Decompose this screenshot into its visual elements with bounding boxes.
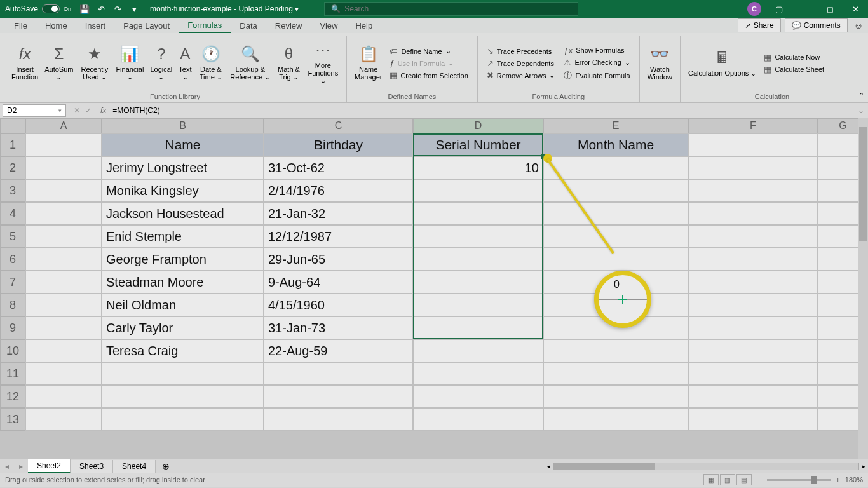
row-header[interactable]: 7 [0, 271, 25, 294]
trace-dependents-button[interactable]: ↗Trace Dependents [487, 58, 555, 68]
row-header[interactable]: 5 [0, 225, 25, 248]
comments-button[interactable]: 💬Comments [785, 18, 848, 32]
cell[interactable] [688, 179, 818, 202]
row-header[interactable]: 8 [0, 294, 25, 316]
calculate-now-button[interactable]: ▦Calculate Now [764, 53, 824, 62]
date-time-button[interactable]: 🕐Date & Time ⌄ [195, 36, 226, 91]
cell[interactable]: 29-Jun-65 [264, 248, 413, 271]
tab-insert[interactable]: Insert [76, 18, 115, 33]
add-sheet-icon[interactable]: ⊕ [156, 461, 176, 471]
cell[interactable]: Serial Number [413, 133, 543, 156]
remove-arrows-button[interactable]: ✖Remove Arrows ⌄ [487, 71, 555, 80]
cell[interactable] [102, 385, 264, 408]
name-box[interactable]: D2▾ [3, 104, 66, 117]
cell[interactable]: Enid Stemple [102, 225, 264, 248]
cell[interactable] [543, 202, 688, 225]
tab-file[interactable]: File [5, 18, 36, 33]
cell[interactable] [413, 225, 543, 248]
cell[interactable] [25, 248, 102, 271]
error-checking-button[interactable]: ⚠Error Checking ⌄ [564, 58, 630, 67]
row-header[interactable]: 12 [0, 385, 25, 408]
tab-help[interactable]: Help [346, 18, 381, 33]
cell[interactable] [688, 248, 818, 271]
cell[interactable] [413, 316, 543, 339]
column-header[interactable]: A [25, 118, 102, 133]
share-button[interactable]: ↗Share [738, 18, 781, 32]
maximize-icon[interactable]: ◻ [817, 0, 843, 18]
cell[interactable] [413, 202, 543, 225]
search-input[interactable] [344, 4, 571, 13]
cell[interactable]: 12/12/1987 [264, 225, 413, 248]
cell[interactable]: Neil Oldman [102, 294, 264, 316]
tab-pagelayout[interactable]: Page Layout [114, 18, 179, 33]
cell[interactable] [264, 362, 413, 385]
column-header[interactable]: F [688, 118, 818, 133]
enter-formula-icon[interactable]: ✓ [85, 106, 92, 115]
column-header[interactable]: C [264, 118, 413, 133]
tab-nav-prev-icon[interactable]: ◂ [0, 462, 14, 471]
row-header[interactable]: 2 [0, 156, 25, 179]
formula-input[interactable] [110, 105, 854, 116]
close-icon[interactable]: ✕ [843, 0, 868, 18]
cell[interactable] [543, 385, 688, 408]
text-button[interactable]: AText⌄ [176, 36, 194, 91]
watch-window-button[interactable]: 👓Watch Window [645, 36, 675, 91]
namebox-dropdown-icon[interactable]: ▾ [58, 107, 62, 114]
tab-formulas[interactable]: Formulas [179, 18, 231, 34]
sheet-tab-sheet4[interactable]: Sheet4 [113, 460, 156, 473]
cell[interactable]: Name [102, 133, 264, 156]
cell[interactable] [543, 248, 688, 271]
tab-view[interactable]: View [311, 18, 346, 33]
row-header[interactable]: 1 [0, 133, 25, 156]
fx-label-icon[interactable]: fx [97, 106, 110, 115]
cell[interactable] [25, 179, 102, 202]
column-header[interactable]: B [102, 118, 264, 133]
cell[interactable]: 2/14/1976 [264, 179, 413, 202]
cell[interactable] [102, 362, 264, 385]
cell[interactable] [25, 225, 102, 248]
redo-icon[interactable]: ↷ [109, 0, 126, 18]
cancel-formula-icon[interactable]: ✕ [74, 106, 80, 115]
math-trig-button[interactable]: θMath & Trig ⌄ [274, 36, 303, 91]
row-header[interactable]: 3 [0, 179, 25, 202]
more-functions-button[interactable]: ⋯More Functions ⌄ [305, 36, 341, 91]
ribbon-display-icon[interactable]: ▢ [766, 0, 792, 18]
autosum-button[interactable]: ΣAutoSum⌄ [42, 36, 76, 91]
user-avatar[interactable]: C [747, 2, 761, 16]
cell[interactable]: Teresa Craig [102, 339, 264, 362]
page-break-view-icon[interactable]: ▤ [736, 474, 752, 485]
cell[interactable]: 21-Jan-32 [264, 202, 413, 225]
cell[interactable]: George Frampton [102, 248, 264, 271]
collapse-ribbon-icon[interactable]: ⌃ [858, 92, 864, 100]
cell[interactable]: 4/15/1960 [264, 294, 413, 316]
cell[interactable] [25, 316, 102, 339]
tab-data[interactable]: Data [231, 18, 266, 33]
sheet-tab-sheet2[interactable]: Sheet2 [28, 459, 71, 473]
calculate-sheet-button[interactable]: ▦Calculate Sheet [764, 65, 824, 74]
sheet-tab-sheet3[interactable]: Sheet3 [71, 460, 113, 473]
cell[interactable] [688, 202, 818, 225]
zoom-slider[interactable] [767, 479, 831, 481]
calculation-options-button[interactable]: 🖩Calculation Options ⌄ [686, 36, 759, 91]
use-in-formula-button[interactable]: ƒUse in Formula ⌄ [390, 58, 468, 68]
zoom-level[interactable]: 180% [845, 476, 863, 484]
cell[interactable] [543, 362, 688, 385]
cell[interactable]: 31-Jan-73 [264, 316, 413, 339]
cell[interactable] [413, 179, 543, 202]
cell[interactable] [413, 248, 543, 271]
vertical-scrollbar[interactable] [858, 118, 868, 459]
create-from-selection-button[interactable]: ▦Create from Selection [390, 71, 468, 80]
cell[interactable] [688, 408, 818, 431]
autosave-toggle[interactable] [42, 4, 60, 13]
cell[interactable]: 31-Oct-62 [264, 156, 413, 179]
cell[interactable] [688, 316, 818, 339]
cell[interactable]: Month Name [543, 133, 688, 156]
trace-precedents-button[interactable]: ↘Trace Precedents [487, 46, 555, 56]
cell[interactable] [543, 156, 688, 179]
column-header[interactable]: E [543, 118, 688, 133]
zoom-in-icon[interactable]: + [836, 476, 839, 484]
cell[interactable] [25, 362, 102, 385]
cell[interactable] [543, 339, 688, 362]
cell[interactable] [25, 294, 102, 316]
cell[interactable] [25, 271, 102, 294]
